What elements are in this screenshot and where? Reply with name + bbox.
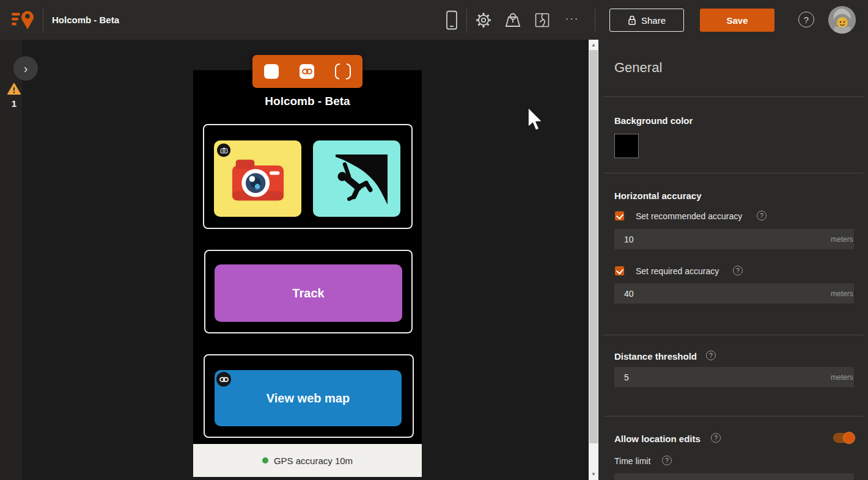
allow-location-edits-label: Allow location edits (614, 434, 701, 444)
section-divider (603, 96, 863, 97)
scroll-up-arrow[interactable]: ▲ (589, 41, 598, 49)
camera-badge-icon (220, 147, 228, 154)
expand-panel-button[interactable]: › (13, 56, 38, 81)
required-accuracy-label: Set required accuracy (636, 266, 719, 276)
mouse-cursor (527, 107, 545, 133)
header-divider (43, 9, 43, 31)
required-accuracy-unit: meters (831, 289, 853, 298)
device-preview-icon[interactable] (441, 10, 462, 31)
help-icon[interactable]: ? (733, 266, 743, 275)
map-area-pin-icon[interactable] (502, 10, 523, 31)
add-button-tool[interactable] (264, 64, 279, 79)
required-accuracy-input[interactable] (614, 283, 854, 304)
distance-threshold-label: Distance threshold (614, 351, 697, 362)
gps-status-bar: GPS accuracy 10m (193, 444, 422, 477)
save-button[interactable]: Save (700, 9, 774, 32)
gps-status-text: GPS accuracy 10m (274, 456, 353, 466)
link-badge (216, 372, 231, 387)
header-divider (466, 9, 467, 31)
basemap-icon[interactable] (532, 10, 553, 31)
background-color-label: Background color (614, 115, 693, 126)
warning-count: 1 (6, 98, 22, 109)
recommended-accuracy-label: Set recommended accuracy (636, 211, 742, 221)
panel-title: General (614, 60, 662, 76)
track-button[interactable]: Track (215, 264, 402, 322)
help-icon[interactable]: ? (662, 456, 672, 465)
background-color-swatch[interactable] (614, 134, 639, 158)
link-badge-icon (219, 376, 229, 383)
distance-threshold-unit: meters (831, 373, 853, 382)
climber-icon (323, 148, 391, 209)
photo-badge (217, 144, 230, 157)
app-header: Holcomb - Beta (0, 0, 868, 40)
help-icon[interactable]: ? (706, 351, 716, 360)
add-group-tool[interactable] (335, 64, 351, 79)
share-button-label: Share (641, 15, 666, 26)
horizontal-accuracy-label: Horizontal accuracy (614, 191, 702, 201)
warning-triangle-icon (7, 83, 21, 95)
distance-threshold-input[interactable] (614, 367, 854, 387)
section-divider (603, 416, 863, 416)
time-limit-input[interactable] (614, 473, 854, 480)
section-divider (603, 335, 863, 335)
header-divider (595, 9, 595, 31)
quickcapture-designer: Holcomb - Beta (0, 0, 868, 480)
settings-panel: General Background color Horizontal accu… (598, 40, 868, 480)
climbing-button[interactable] (313, 140, 400, 217)
recommended-accuracy-checkbox[interactable] (615, 211, 624, 220)
allow-location-edits-toggle[interactable] (833, 433, 854, 443)
add-link-tool[interactable] (300, 64, 314, 79)
view-web-map-button[interactable]: View web map (215, 370, 402, 426)
scrollbar-thumb[interactable] (589, 50, 598, 443)
help-icon[interactable]: ? (711, 433, 721, 443)
help-icon[interactable]: ? (757, 211, 767, 220)
user-avatar[interactable] (828, 6, 856, 34)
project-title: Holcomb - Beta (52, 0, 119, 40)
share-button[interactable]: Share (609, 9, 684, 32)
warning-indicator[interactable]: 1 (6, 83, 22, 109)
lock-icon (628, 15, 636, 26)
recommended-accuracy-unit: meters (831, 235, 853, 244)
section-divider (603, 173, 863, 173)
more-options-icon[interactable]: ··· (560, 9, 584, 31)
scroll-down-arrow[interactable]: ▼ (589, 470, 598, 479)
camera-illustration (229, 153, 287, 205)
required-accuracy-checkbox[interactable] (615, 266, 624, 275)
link-icon (302, 68, 312, 75)
app-logo-icon[interactable] (11, 8, 37, 31)
help-icon[interactable]: ? (798, 12, 814, 27)
toggle-knob (843, 432, 855, 444)
gps-status-dot (262, 457, 268, 464)
time-limit-label: Time limit (614, 456, 650, 466)
phone-project-title: Holcomb - Beta (193, 95, 422, 108)
recommended-accuracy-input[interactable] (614, 229, 854, 249)
panel-scrollbar[interactable]: ▲ ▼ (589, 40, 598, 480)
settings-gear-icon[interactable] (473, 10, 494, 31)
designer-toolbar (252, 55, 362, 88)
